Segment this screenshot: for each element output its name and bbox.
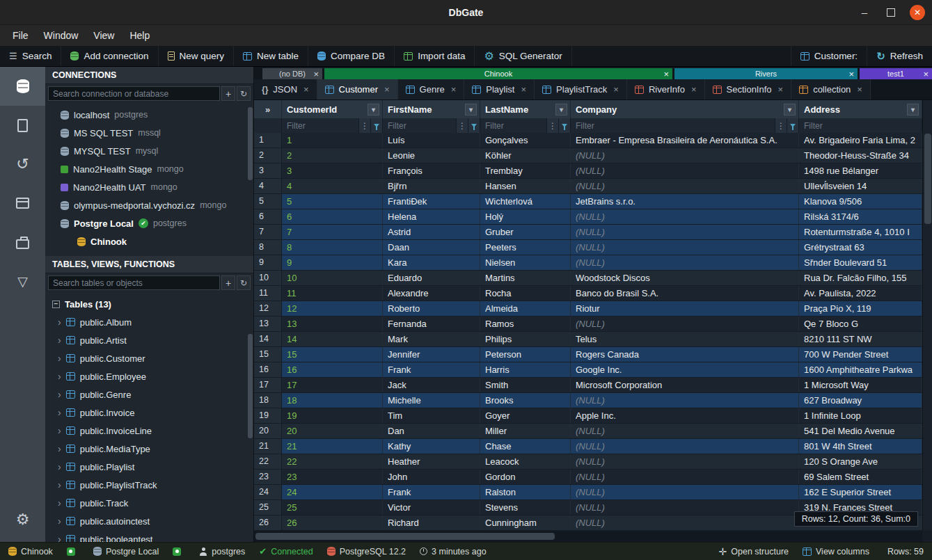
cell-lastname[interactable]: Stevens [480, 500, 571, 515]
file-tab[interactable]: Playlist [464, 79, 535, 99]
cell-firstname[interactable]: Leonie [383, 148, 480, 163]
filter-cell[interactable]: Filter [282, 118, 383, 133]
cell-customerid[interactable]: 1 [282, 133, 383, 147]
cell-customerid[interactable]: 7 [282, 225, 383, 239]
cell-address[interactable]: Qe 7 Bloco G [799, 317, 922, 331]
cell-company[interactable]: Embraer - Empresa Brasileira de Aeronáut… [571, 133, 799, 147]
row-number[interactable]: 8 [254, 240, 282, 255]
database-tab[interactable]: Rivers [674, 68, 858, 79]
filter-menu-icon[interactable] [358, 118, 370, 133]
cell-firstname[interactable]: Kara [383, 255, 480, 270]
cell-firstname[interactable]: Eduardo [383, 271, 480, 285]
toolbar-button[interactable]: Refresh [867, 46, 932, 66]
cell-firstname[interactable]: Victor [383, 500, 480, 515]
toolbar-button[interactable]: Search [0, 46, 61, 66]
cell-lastname[interactable]: Ralston [480, 485, 571, 499]
toolbar-button[interactable]: Import data [395, 46, 475, 66]
cell-address[interactable]: 69 Salem Street [799, 470, 922, 484]
table-row[interactable]: 13 13 Fernanda Ramos (NULL) Qe 7 Bloco G [254, 317, 922, 332]
scrollbar-thumb[interactable] [248, 107, 253, 180]
cell-lastname[interactable]: Almeida [480, 301, 571, 316]
file-tab[interactable]: SectionInfo [705, 79, 792, 99]
cell-company[interactable]: (NULL) [571, 485, 799, 499]
chevron-right-icon[interactable] [58, 443, 61, 454]
table-row[interactable]: 17 17 Jack Smith Microsoft Corporation 1… [254, 378, 922, 393]
cell-customerid[interactable]: 24 [282, 485, 383, 499]
cell-lastname[interactable]: Peterson [480, 347, 571, 362]
table-list-item[interactable]: public.booleantest [45, 530, 253, 542]
table-row[interactable]: 18 18 Michelle Brooks (NULL) 627 Broadwa… [254, 393, 922, 408]
files-icon[interactable] [0, 106, 45, 145]
row-number[interactable]: 2 [254, 148, 282, 163]
cell-company[interactable]: (NULL) [571, 255, 799, 270]
cell-customerid[interactable]: 16 [282, 362, 383, 377]
cell-company[interactable]: (NULL) [571, 500, 799, 515]
cell-company[interactable]: Banco do Brasil S.A. [571, 286, 799, 301]
cell-firstname[interactable]: François [383, 163, 480, 178]
cell-customerid[interactable]: 9 [282, 255, 383, 270]
toolbar-button[interactable]: Compare DB [308, 46, 395, 66]
minimize-icon[interactable] [857, 5, 872, 20]
cell-lastname[interactable]: Cunningham [480, 515, 571, 530]
cell-address[interactable]: Sřnder Boulevard 51 [799, 255, 922, 270]
cell-company[interactable]: Apple Inc. [571, 408, 799, 423]
cell-lastname[interactable]: Philips [480, 332, 571, 346]
toolbar-button[interactable]: New query [159, 46, 235, 66]
chevron-right-icon[interactable] [58, 317, 61, 328]
statusbar-action[interactable]: Open structure [719, 546, 789, 557]
row-number[interactable]: 21 [254, 439, 282, 454]
cell-customerid[interactable]: 23 [282, 470, 383, 484]
cell-address[interactable]: Klanova 9/506 [799, 194, 922, 209]
connections-search-input[interactable] [48, 86, 220, 101]
close-tab-icon[interactable] [451, 84, 457, 95]
cell-lastname[interactable]: Rocha [480, 286, 571, 301]
filter-funnel-icon[interactable] [370, 118, 382, 133]
row-number[interactable]: 7 [254, 225, 282, 239]
cell-address[interactable]: Rua Dr. Falcão Filho, 155 [799, 271, 922, 285]
row-number[interactable]: 23 [254, 470, 282, 484]
cell-customerid[interactable]: 25 [282, 500, 383, 515]
cell-firstname[interactable]: Kathy [383, 439, 480, 454]
collapse-icon[interactable] [52, 301, 60, 308]
row-number[interactable]: 17 [254, 378, 282, 392]
chevron-right-icon[interactable] [58, 479, 61, 490]
cell-address[interactable]: 700 W Pender Street [799, 347, 922, 362]
scrollbar-thumb[interactable] [248, 334, 253, 438]
cell-firstname[interactable]: Tim [383, 408, 480, 423]
cell-lastname[interactable]: Hansen [480, 179, 571, 193]
cell-lastname[interactable]: Martins [480, 271, 571, 285]
cell-customerid[interactable]: 20 [282, 424, 383, 438]
table-row[interactable]: 9 9 Kara Nielsen (NULL) Sřnder Boulevard… [254, 255, 922, 271]
cell-firstname[interactable]: Mark [383, 332, 480, 346]
filter-cell[interactable]: Filter [383, 118, 480, 133]
close-tab-icon[interactable] [313, 70, 319, 79]
file-tab[interactable]: Genre [398, 79, 465, 99]
cell-firstname[interactable]: Jack [383, 378, 480, 392]
filter-icon[interactable] [0, 262, 45, 301]
cell-company[interactable]: Telus [571, 332, 799, 346]
table-row[interactable]: 8 8 Daan Peeters (NULL) Grétrystraat 63 [254, 240, 922, 255]
cell-customerid[interactable]: 18 [282, 393, 383, 408]
cell-firstname[interactable]: Alexandre [383, 286, 480, 301]
row-number[interactable]: 12 [254, 301, 282, 316]
refresh-tables-icon[interactable] [237, 275, 251, 290]
column-header[interactable]: FirstName [383, 100, 480, 118]
menu-item[interactable]: Window [37, 28, 86, 43]
cell-firstname[interactable]: Bjřrn [383, 179, 480, 193]
cell-lastname[interactable]: Peeters [480, 240, 571, 255]
connection-item[interactable]: MS SQL TEST mssql [45, 124, 253, 142]
cell-customerid[interactable]: 15 [282, 347, 383, 362]
cell-company[interactable]: JetBrains s.r.o. [571, 194, 799, 209]
cell-lastname[interactable]: Nielsen [480, 255, 571, 270]
cell-address[interactable]: 541 Del Medio Avenue [799, 424, 922, 438]
filter-cell[interactable]: Filter [799, 118, 922, 133]
table-row[interactable]: 21 21 Kathy Chase (NULL) 801 W 4th Stree… [254, 439, 922, 454]
cell-lastname[interactable]: Brooks [480, 393, 571, 408]
filter-funnel-icon[interactable] [468, 118, 480, 133]
filter-menu-icon[interactable] [456, 118, 468, 133]
close-tab-icon[interactable] [613, 84, 619, 95]
row-number[interactable]: 9 [254, 255, 282, 270]
close-tab-icon[interactable] [384, 84, 390, 95]
table-list-item[interactable]: public.autoinctest [45, 512, 253, 530]
column-dropdown-icon[interactable] [555, 104, 567, 115]
